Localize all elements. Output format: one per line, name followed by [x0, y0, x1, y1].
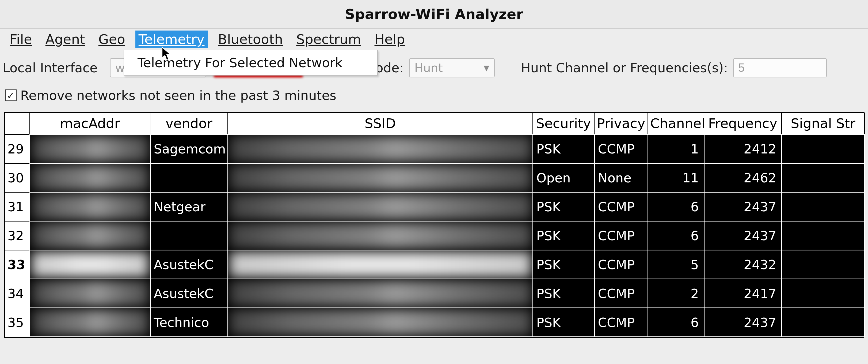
menu-geo[interactable]: Geo — [95, 31, 128, 48]
menubar: File Agent Geo Telemetry Bluetooth Spect… — [0, 29, 868, 50]
col-header-index[interactable] — [5, 113, 30, 135]
cell-channel: 6 — [648, 221, 704, 250]
menu-file[interactable]: File — [6, 31, 35, 48]
table-row[interactable]: 33AsustekCPSKCCMP52432 — [5, 250, 865, 279]
menu-help[interactable]: Help — [371, 31, 408, 48]
cell-mac — [30, 221, 150, 250]
cell-frequency: 2432 — [704, 250, 782, 279]
table-header-row: macAddr vendor SSID Security Privacy Cha… — [5, 113, 865, 135]
cell-privacy: CCMP — [594, 308, 648, 337]
cell-channel: 11 — [648, 163, 704, 192]
cell-vendor: AsustekC — [150, 279, 228, 308]
cell-vendor — [150, 163, 228, 192]
cell-signal — [782, 250, 865, 279]
cell-ssid — [228, 163, 533, 192]
cell-security: PSK — [533, 308, 594, 337]
col-header-signal[interactable]: Signal Str — [782, 113, 865, 135]
cell-channel: 6 — [648, 308, 704, 337]
window-titlebar: Sparrow-WiFi Analyzer — [0, 0, 868, 29]
cell-ssid — [228, 250, 533, 279]
cell-ssid — [228, 135, 533, 163]
table-row[interactable]: 34AsustekCPSKCCMP22417 — [5, 279, 865, 308]
col-header-vendor[interactable]: vendor — [150, 113, 228, 135]
cell-mac — [30, 135, 150, 163]
cell-vendor: Technico — [150, 308, 228, 337]
menu-bluetooth[interactable]: Bluetooth — [215, 31, 286, 48]
cell-frequency: 2437 — [704, 192, 782, 221]
cell-privacy: None — [594, 163, 648, 192]
cell-signal — [782, 135, 865, 163]
table-row[interactable]: 35TechnicoPSKCCMP62437 — [5, 308, 865, 337]
table-row[interactable]: 31NetgearPSKCCMP62437 — [5, 192, 865, 221]
cell-frequency: 2417 — [704, 279, 782, 308]
cell-vendor — [150, 221, 228, 250]
window-title: Sparrow-WiFi Analyzer — [345, 6, 523, 22]
scan-mode-select[interactable]: Hunt ▼ — [409, 58, 495, 77]
cell-security: Open — [533, 163, 594, 192]
hunt-channel-label: Hunt Channel or Frequencies(s): — [521, 60, 728, 75]
cell-security: PSK — [533, 279, 594, 308]
cell-channel: 1 — [648, 135, 704, 163]
cell-ssid — [228, 221, 533, 250]
cell-channel: 2 — [648, 279, 704, 308]
cell-mac — [30, 163, 150, 192]
cell-ssid — [228, 279, 533, 308]
col-header-privacy[interactable]: Privacy — [594, 113, 648, 135]
cell-mac — [30, 279, 150, 308]
table-row[interactable]: 30OpenNone112462 — [5, 163, 865, 192]
cell-privacy: CCMP — [594, 221, 648, 250]
cell-channel: 5 — [648, 250, 704, 279]
remove-old-networks-row: ✓ Remove networks not seen in the past 3… — [0, 85, 868, 112]
cell-vendor: AsustekC — [150, 250, 228, 279]
local-interface-label: Local Interface — [3, 60, 98, 75]
cell-security: PSK — [533, 250, 594, 279]
cell-index: 30 — [5, 163, 30, 192]
table-row[interactable]: 29SagemcomPSKCCMP12412 — [5, 135, 865, 163]
telemetry-dropdown: Telemetry For Selected Network — [124, 50, 378, 76]
hunt-channel-input[interactable] — [733, 58, 827, 77]
menu-agent[interactable]: Agent — [42, 31, 88, 48]
col-header-mac[interactable]: macAddr — [30, 113, 150, 135]
cell-index: 29 — [5, 135, 30, 163]
cell-vendor: Netgear — [150, 192, 228, 221]
cell-index: 35 — [5, 308, 30, 337]
col-header-security[interactable]: Security — [533, 113, 594, 135]
cell-privacy: CCMP — [594, 279, 648, 308]
cell-channel: 6 — [648, 192, 704, 221]
cell-security: PSK — [533, 192, 594, 221]
cell-privacy: CCMP — [594, 192, 648, 221]
cell-index: 33 — [5, 250, 30, 279]
cell-index: 31 — [5, 192, 30, 221]
cell-signal — [782, 192, 865, 221]
cell-frequency: 2462 — [704, 163, 782, 192]
table-row[interactable]: 32PSKCCMP62437 — [5, 221, 865, 250]
networks-table-wrap: macAddr vendor SSID Security Privacy Cha… — [4, 112, 864, 338]
cell-privacy: CCMP — [594, 250, 648, 279]
cell-index: 32 — [5, 221, 30, 250]
cell-signal — [782, 221, 865, 250]
cell-frequency: 2412 — [704, 135, 782, 163]
col-header-ssid[interactable]: SSID — [228, 113, 533, 135]
col-header-frequency[interactable]: Frequency — [704, 113, 782, 135]
cell-ssid — [228, 308, 533, 337]
scan-mode-value: Hunt — [414, 61, 443, 75]
cell-mac — [30, 308, 150, 337]
networks-table: macAddr vendor SSID Security Privacy Cha… — [5, 112, 865, 337]
cell-frequency: 2437 — [704, 308, 782, 337]
remove-old-networks-checkbox[interactable]: ✓ — [5, 89, 17, 101]
menu-spectrum[interactable]: Spectrum — [293, 31, 364, 48]
cell-index: 34 — [5, 279, 30, 308]
dropdown-item-telemetry-selected-network[interactable]: Telemetry For Selected Network — [124, 50, 377, 75]
check-icon: ✓ — [7, 90, 15, 101]
cell-frequency: 2437 — [704, 221, 782, 250]
cell-security: PSK — [533, 221, 594, 250]
col-header-channel[interactable]: Channel — [648, 113, 704, 135]
menu-telemetry[interactable]: Telemetry — [135, 31, 208, 48]
cell-signal — [782, 279, 865, 308]
cell-vendor: Sagemcom — [150, 135, 228, 163]
cell-ssid — [228, 192, 533, 221]
cell-privacy: CCMP — [594, 135, 648, 163]
cell-mac — [30, 250, 150, 279]
cell-security: PSK — [533, 135, 594, 163]
cell-signal — [782, 308, 865, 337]
